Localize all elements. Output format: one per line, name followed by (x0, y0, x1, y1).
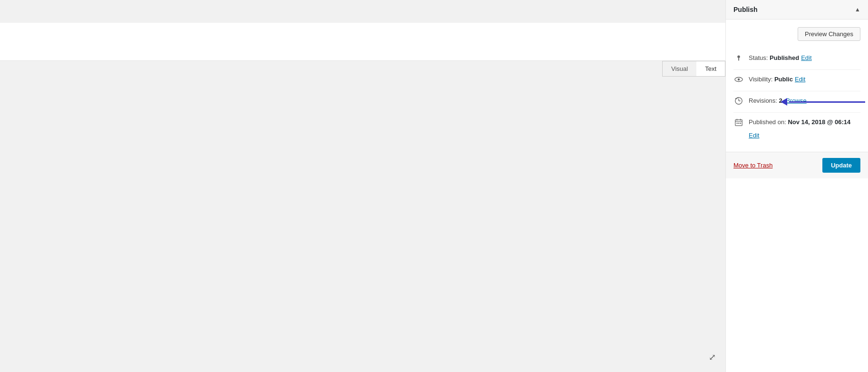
pin-icon (733, 54, 744, 65)
status-edit-link[interactable]: Edit (801, 54, 811, 61)
publish-header: Publish ▲ (726, 0, 868, 20)
editor-content-wrapper: Visual Text ⤢ (0, 23, 725, 372)
sidebar: Publish ▲ Preview Changes (725, 0, 868, 372)
publish-footer: Move to Trash Update (726, 152, 868, 178)
published-on-edit-link[interactable]: Edit (749, 132, 759, 139)
published-on-section: Published on: Nov 14, 2018 @ 06:14 Edit (733, 112, 860, 144)
editor-title-area[interactable] (0, 23, 725, 61)
visibility-text: Visibility: PublicEdit (749, 75, 805, 84)
status-value: Published (770, 54, 799, 61)
move-to-trash-button[interactable]: Move to Trash (733, 162, 772, 169)
visibility-label: Visibility: (749, 76, 774, 83)
status-row: Status: PublishedEdit (733, 49, 860, 69)
preview-changes-button[interactable]: Preview Changes (798, 27, 860, 41)
editor-tabs: Visual Text (662, 61, 725, 77)
svg-rect-14 (740, 123, 741, 124)
arrow-head (781, 98, 787, 106)
editor-body-area[interactable]: Visual Text ⤢ (0, 61, 725, 372)
tab-visual[interactable]: Visual (663, 61, 696, 76)
update-button[interactable]: Update (822, 158, 860, 173)
publish-panel-title: Publish (733, 6, 758, 13)
preview-btn-row: Preview Changes (733, 27, 860, 41)
tab-text[interactable]: Text (696, 61, 725, 76)
publish-body: Preview Changes Status: PublishedEdit (726, 20, 868, 152)
visibility-row: Visibility: PublicEdit (733, 69, 860, 91)
editor-area: Visual Text ⤢ (0, 0, 725, 372)
fullscreen-button[interactable]: ⤢ (709, 352, 716, 362)
arrow-line (789, 101, 865, 103)
revisions-label: Revisions: (749, 97, 779, 104)
published-on-value: Nov 14, 2018 @ 06:14 (788, 118, 850, 126)
fullscreen-icon: ⤢ (709, 352, 716, 362)
svg-point-0 (737, 56, 740, 58)
published-on-edit-row: Edit (733, 131, 860, 139)
status-text: Status: PublishedEdit (749, 53, 812, 63)
calendar-icon (733, 118, 744, 129)
collapse-icon[interactable]: ▲ (855, 6, 860, 13)
publish-panel: Publish ▲ Preview Changes (726, 0, 868, 372)
published-on-text: Published on: Nov 14, 2018 @ 06:14 (749, 117, 850, 127)
published-on-row: Published on: Nov 14, 2018 @ 06:14 (733, 117, 860, 129)
browse-arrow-annotation (781, 98, 865, 106)
svg-rect-1 (738, 58, 739, 60)
editor-top-bar (0, 0, 725, 23)
visibility-value: Public (774, 76, 793, 83)
svg-rect-13 (738, 123, 739, 124)
publish-rows: Status: PublishedEdit Visibility: Public… (733, 49, 860, 144)
revisions-row: Revisions: 2 Browse (733, 91, 860, 112)
svg-point-3 (738, 78, 740, 81)
clock-icon (733, 97, 744, 108)
published-on-label: Published on: (749, 118, 788, 126)
visibility-edit-link[interactable]: Edit (795, 76, 805, 83)
status-label: Status: (749, 54, 770, 61)
svg-rect-12 (737, 123, 738, 124)
eye-icon (733, 75, 744, 86)
